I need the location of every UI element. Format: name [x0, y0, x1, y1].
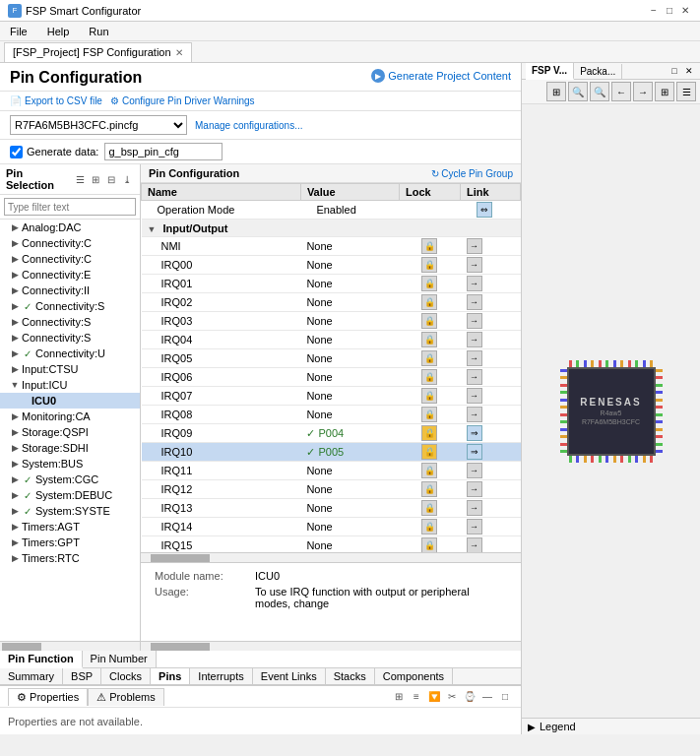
link-btn-irq01[interactable]: →	[467, 276, 482, 291]
lock-btn-irq11[interactable]: 🔒	[421, 463, 437, 478]
lock-btn-irq07[interactable]: 🔒	[421, 388, 437, 404]
tab-close-icon[interactable]: ✕	[175, 47, 183, 58]
rt-btn-6[interactable]: ⊞	[655, 82, 674, 101]
tree-item-connectivity-s3[interactable]: ▶ Connectivity:S	[0, 330, 140, 346]
tree-item-timers-agt[interactable]: ▶ Timers:AGT	[0, 519, 140, 535]
menu-run[interactable]: Run	[83, 24, 114, 39]
menu-file[interactable]: File	[4, 24, 33, 39]
pin-filter-input[interactable]	[4, 198, 136, 216]
tab-interrupts[interactable]: Interrupts	[190, 668, 252, 684]
link-btn-irq13[interactable]: →	[467, 500, 482, 516]
tree-item-system-cgc[interactable]: ▶ ✓ System:CGC	[0, 472, 140, 487]
generate-data-input[interactable]	[104, 143, 223, 160]
ps-icon-1[interactable]: ☰	[73, 172, 87, 186]
lock-btn-irq06[interactable]: 🔒	[421, 369, 437, 385]
rp-icon-1[interactable]: □	[668, 64, 681, 78]
props-icon-4[interactable]: ✂	[444, 689, 460, 705]
link-btn-irq05[interactable]: →	[467, 350, 482, 366]
link-btn-irq14[interactable]: →	[467, 519, 482, 535]
rt-btn-2[interactable]: 🔍	[568, 82, 588, 101]
generate-data-checkbox[interactable]	[10, 146, 23, 158]
cycle-pin-group-button[interactable]: ↻ Cycle Pin Group	[431, 168, 513, 179]
ps-icon-4[interactable]: ⤓	[120, 172, 134, 186]
link-btn-irq02[interactable]: →	[467, 294, 482, 310]
lock-btn-irq14[interactable]: 🔒	[421, 519, 437, 535]
tree-item-input-icu[interactable]: ▼ Input:ICU	[0, 377, 140, 393]
tree-item-storage-sdhi[interactable]: ▶ Storage:SDHI	[0, 440, 140, 456]
link-btn-irq04[interactable]: →	[467, 332, 482, 347]
props-icon-1[interactable]: ⊞	[391, 689, 407, 705]
rp-icon-2[interactable]: ✕	[682, 64, 696, 78]
tree-item-connectivity-i[interactable]: ▶ Connectivity:II	[0, 283, 140, 298]
lock-btn-irq13[interactable]: 🔒	[421, 500, 437, 516]
tree-item-storage-qspi[interactable]: ▶ Storage:QSPI	[0, 424, 140, 440]
title-bar-controls[interactable]: − □ ✕	[647, 4, 692, 18]
lock-btn-irq02[interactable]: 🔒	[421, 294, 437, 310]
tab-packa[interactable]: Packa...	[574, 64, 622, 79]
lock-btn-nmi[interactable]: 🔒	[421, 238, 437, 254]
lock-btn-irq10[interactable]: 🔒	[421, 444, 437, 460]
table-hscroll[interactable]	[141, 552, 521, 562]
info-hscroll[interactable]	[141, 641, 521, 651]
config-dropdown[interactable]: R7FA6M5BH3CFC.pincfg	[10, 115, 187, 135]
tab-components[interactable]: Components	[375, 668, 453, 684]
tree-item-monitoring-ca[interactable]: ▶ Monitoring:CA	[0, 409, 140, 424]
tab-fsp-v[interactable]: FSP V...	[526, 63, 574, 80]
tab-event-links[interactable]: Event Links	[253, 668, 326, 684]
link-btn-irq12[interactable]: →	[467, 481, 482, 497]
tab-bsp[interactable]: BSP	[63, 668, 101, 684]
tree-item-input-ctsu[interactable]: ▶ Input:CTSU	[0, 361, 140, 377]
lock-btn-irq12[interactable]: 🔒	[421, 481, 437, 497]
tab-pin-function[interactable]: Pin Function	[0, 651, 83, 668]
configure-warnings-button[interactable]: ⚙ Configure Pin Driver Warnings	[110, 95, 255, 106]
ps-icon-3[interactable]: ⊟	[104, 172, 118, 186]
lock-btn-irq04[interactable]: 🔒	[421, 332, 437, 347]
minimize-button[interactable]: −	[647, 4, 661, 18]
tab-pin-number[interactable]: Pin Number	[83, 651, 157, 667]
props-icon-7[interactable]: □	[497, 689, 513, 705]
lock-btn-irq00[interactable]: 🔒	[421, 257, 437, 273]
tree-item-connectivity-s1[interactable]: ▶ ✓ Connectivity:S	[0, 298, 140, 314]
tab-clocks[interactable]: Clocks	[101, 668, 151, 684]
link-btn-irq00[interactable]: →	[467, 257, 482, 273]
tree-item-connectivity-c2[interactable]: ▶ Connectivity:C	[0, 251, 140, 267]
manage-configurations-link[interactable]: Manage configurations...	[195, 120, 303, 131]
rt-btn-7[interactable]: ☰	[676, 82, 696, 101]
lock-btn-irq08[interactable]: 🔒	[421, 407, 437, 422]
lock-btn-irq15[interactable]: 🔒	[421, 537, 437, 552]
lock-btn-irq01[interactable]: 🔒	[421, 276, 437, 291]
tree-item-analog-dac[interactable]: ▶ Analog:DAC	[0, 220, 140, 235]
tree-item-connectivity-e[interactable]: ▶ Connectivity:E	[0, 267, 140, 283]
tab-stacks[interactable]: Stacks	[326, 668, 375, 684]
tree-hscroll[interactable]	[0, 641, 140, 651]
tab-properties[interactable]: ⚙ Properties	[8, 688, 88, 706]
tree-item-connectivity-c1[interactable]: ▶ Connectivity:C	[0, 235, 140, 251]
lock-btn-irq05[interactable]: 🔒	[421, 350, 437, 366]
tree-item-system-syste[interactable]: ▶ ✓ System:SYSTE	[0, 503, 140, 519]
menu-help[interactable]: Help	[41, 24, 76, 39]
generate-project-button[interactable]: ▶ Generate Project Content	[371, 69, 511, 83]
rt-btn-5[interactable]: →	[633, 82, 653, 101]
props-icon-2[interactable]: ≡	[409, 689, 424, 705]
rt-btn-4[interactable]: ←	[611, 82, 631, 101]
link-btn-irq09[interactable]: ⇒	[467, 425, 482, 441]
tree-item-system-debug[interactable]: ▶ ✓ System:DEBUC	[0, 487, 140, 503]
op-mode-link-btn[interactable]: ⇔	[477, 202, 492, 218]
link-btn-irq06[interactable]: →	[467, 369, 482, 385]
tree-item-connectivity-u[interactable]: ▶ ✓ Connectivity:U	[0, 346, 140, 361]
lock-btn-irq09[interactable]: 🔒	[421, 425, 437, 441]
tree-item-icu0[interactable]: ICU0	[0, 393, 140, 409]
rt-btn-3[interactable]: 🔍	[590, 82, 609, 101]
link-btn-irq11[interactable]: →	[467, 463, 482, 478]
link-btn-irq08[interactable]: →	[467, 407, 482, 422]
export-csv-button[interactable]: 📄 Export to CSV file	[10, 95, 102, 106]
props-icon-5[interactable]: ⌚	[462, 689, 477, 705]
link-btn-irq15[interactable]: →	[467, 537, 482, 552]
tree-item-system-bus[interactable]: ▶ System:BUS	[0, 456, 140, 472]
rt-btn-1[interactable]: ⊞	[546, 82, 566, 101]
close-button[interactable]: ✕	[678, 4, 692, 18]
maximize-button[interactable]: □	[663, 4, 676, 18]
props-icon-3[interactable]: 🔽	[426, 689, 442, 705]
link-btn-irq10[interactable]: ⇒	[467, 444, 482, 460]
tree-item-connectivity-s2[interactable]: ▶ Connectivity:S	[0, 314, 140, 330]
